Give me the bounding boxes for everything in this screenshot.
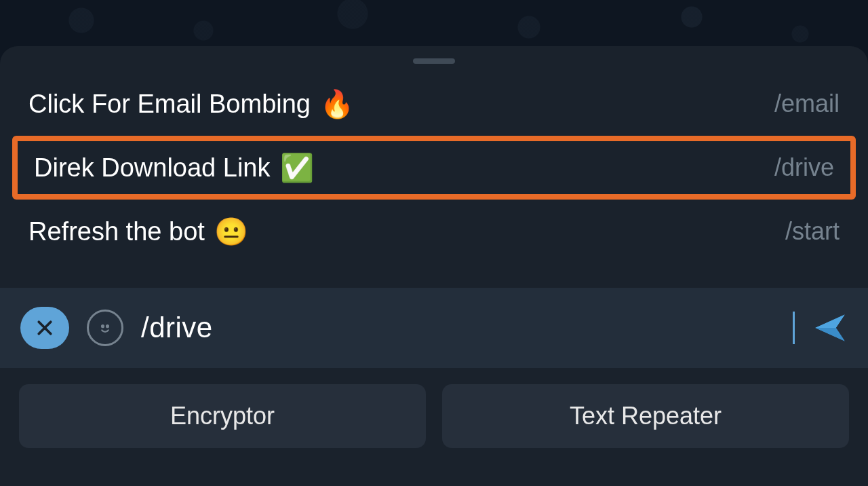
command-slash: /drive — [774, 153, 834, 182]
svg-point-3 — [106, 325, 108, 327]
send-button[interactable] — [812, 310, 848, 345]
smile-icon — [96, 318, 115, 337]
keyboard-button-row: Encryptor Text Repeater — [0, 368, 868, 448]
message-input[interactable]: /drive — [141, 312, 790, 344]
button-label: Text Repeater — [570, 402, 722, 430]
command-label: Direk Download Link ✅ — [34, 154, 314, 181]
command-slash: /email — [774, 90, 840, 118]
send-icon — [812, 310, 848, 345]
close-button[interactable] — [20, 307, 69, 349]
close-icon — [35, 318, 55, 338]
command-item-start[interactable]: Refresh the bot 😐 /start — [0, 200, 868, 263]
fire-icon: 🔥 — [320, 90, 354, 117]
encryptor-button[interactable]: Encryptor — [19, 384, 426, 448]
command-label: Click For Email Bombing 🔥 — [28, 90, 354, 117]
emoji-picker-button[interactable] — [87, 310, 123, 346]
command-text: Refresh the bot — [28, 219, 205, 244]
text-caret — [793, 312, 795, 344]
text-repeater-button[interactable]: Text Repeater — [442, 384, 849, 448]
command-list: Click For Email Bombing 🔥 /email Direk D… — [0, 72, 868, 263]
command-label: Refresh the bot 😐 — [28, 218, 248, 245]
message-input-bar: /drive — [0, 288, 868, 368]
check-icon: ✅ — [280, 154, 314, 181]
command-slash: /start — [785, 217, 840, 246]
chat-wallpaper — [0, 0, 868, 48]
command-item-drive[interactable]: Direk Download Link ✅ /drive — [12, 136, 856, 200]
message-input-wrap[interactable]: /drive — [141, 312, 795, 344]
command-text: Direk Download Link — [34, 155, 271, 181]
command-text: Click For Email Bombing — [28, 91, 311, 117]
command-item-email[interactable]: Click For Email Bombing 🔥 /email — [0, 72, 868, 136]
button-label: Encryptor — [170, 402, 275, 430]
drag-handle[interactable] — [413, 58, 455, 64]
command-panel: Click For Email Bombing 🔥 /email Direk D… — [0, 46, 868, 486]
neutral-face-icon: 😐 — [214, 218, 248, 245]
svg-point-2 — [102, 325, 104, 327]
